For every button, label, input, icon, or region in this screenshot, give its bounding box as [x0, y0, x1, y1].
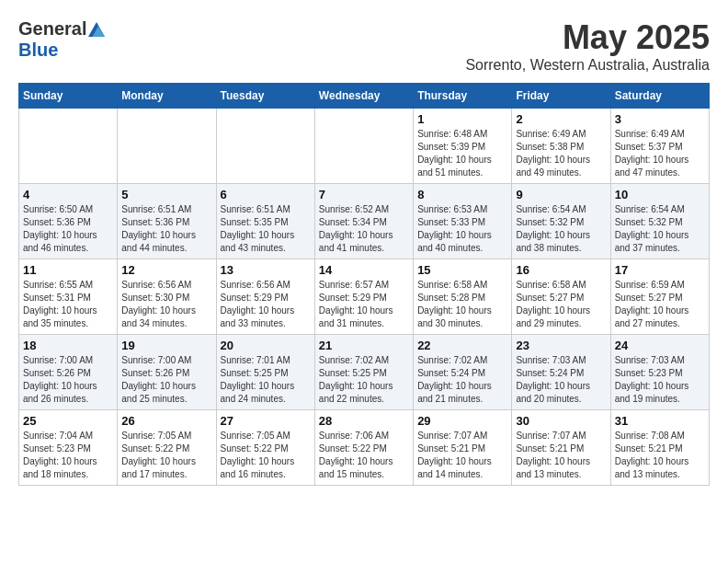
calendar-cell: 23Sunrise: 7:03 AM Sunset: 5:24 PM Dayli…	[512, 335, 610, 410]
day-number: 31	[615, 414, 705, 428]
day-info: Sunrise: 6:49 AM Sunset: 5:38 PM Dayligh…	[516, 128, 606, 179]
day-info: Sunrise: 7:00 AM Sunset: 5:26 PM Dayligh…	[23, 354, 113, 406]
weekday-header-friday: Friday	[512, 84, 610, 109]
day-info: Sunrise: 6:55 AM Sunset: 5:31 PM Dayligh…	[23, 279, 113, 330]
calendar-cell: 19Sunrise: 7:00 AM Sunset: 5:26 PM Dayli…	[118, 335, 216, 410]
calendar-cell: 15Sunrise: 6:58 AM Sunset: 5:28 PM Dayli…	[414, 259, 512, 335]
calendar-cell: 17Sunrise: 6:59 AM Sunset: 5:27 PM Dayli…	[610, 259, 709, 335]
calendar-cell: 13Sunrise: 6:56 AM Sunset: 5:29 PM Dayli…	[216, 259, 314, 335]
logo-icon	[88, 21, 105, 38]
day-info: Sunrise: 6:53 AM Sunset: 5:33 PM Dayligh…	[417, 203, 507, 255]
day-number: 8	[417, 188, 507, 201]
day-number: 22	[417, 339, 507, 352]
day-number: 23	[516, 339, 606, 352]
day-info: Sunrise: 6:51 AM Sunset: 5:36 PM Dayligh…	[121, 203, 211, 255]
calendar-cell	[19, 109, 118, 184]
calendar-cell: 8Sunrise: 6:53 AM Sunset: 5:33 PM Daylig…	[414, 184, 512, 259]
day-info: Sunrise: 6:51 AM Sunset: 5:35 PM Dayligh…	[221, 203, 311, 255]
logo-blue-text: Blue	[18, 40, 58, 61]
day-number: 29	[417, 414, 507, 428]
day-number: 7	[319, 188, 409, 201]
day-info: Sunrise: 6:58 AM Sunset: 5:27 PM Dayligh…	[516, 279, 606, 330]
weekday-header-sunday: Sunday	[19, 84, 118, 109]
day-number: 6	[221, 188, 311, 201]
weekday-header-row: SundayMondayTuesdayWednesdayThursdayFrid…	[19, 84, 710, 109]
calendar-cell: 11Sunrise: 6:55 AM Sunset: 5:31 PM Dayli…	[19, 259, 118, 335]
calendar-week-row: 18Sunrise: 7:00 AM Sunset: 5:26 PM Dayli…	[19, 335, 710, 410]
day-info: Sunrise: 6:52 AM Sunset: 5:34 PM Dayligh…	[319, 203, 409, 255]
day-info: Sunrise: 6:50 AM Sunset: 5:36 PM Dayligh…	[23, 203, 113, 255]
calendar-cell	[314, 109, 413, 184]
day-number: 11	[23, 263, 113, 277]
day-info: Sunrise: 7:03 AM Sunset: 5:24 PM Dayligh…	[516, 354, 606, 406]
day-info: Sunrise: 7:06 AM Sunset: 5:22 PM Dayligh…	[319, 430, 409, 481]
day-number: 15	[417, 263, 507, 277]
day-number: 14	[319, 263, 409, 277]
day-number: 27	[221, 414, 311, 428]
calendar-cell: 25Sunrise: 7:04 AM Sunset: 5:23 PM Dayli…	[19, 410, 118, 486]
day-info: Sunrise: 7:04 AM Sunset: 5:23 PM Dayligh…	[23, 430, 113, 481]
calendar-cell: 27Sunrise: 7:05 AM Sunset: 5:22 PM Dayli…	[216, 410, 314, 486]
calendar-cell: 2Sunrise: 6:49 AM Sunset: 5:38 PM Daylig…	[512, 109, 610, 184]
calendar-week-row: 1Sunrise: 6:48 AM Sunset: 5:39 PM Daylig…	[19, 109, 710, 184]
day-number: 13	[221, 263, 311, 277]
calendar-cell: 28Sunrise: 7:06 AM Sunset: 5:22 PM Dayli…	[314, 410, 413, 486]
day-info: Sunrise: 6:54 AM Sunset: 5:32 PM Dayligh…	[615, 203, 705, 255]
day-info: Sunrise: 6:59 AM Sunset: 5:27 PM Dayligh…	[615, 279, 705, 330]
day-number: 5	[121, 188, 211, 201]
day-info: Sunrise: 6:49 AM Sunset: 5:37 PM Dayligh…	[615, 128, 705, 179]
day-info: Sunrise: 6:56 AM Sunset: 5:30 PM Dayligh…	[121, 279, 211, 330]
day-info: Sunrise: 7:02 AM Sunset: 5:25 PM Dayligh…	[319, 354, 409, 406]
calendar-cell: 16Sunrise: 6:58 AM Sunset: 5:27 PM Dayli…	[512, 259, 610, 335]
day-number: 20	[221, 339, 311, 352]
day-number: 25	[23, 414, 113, 428]
day-number: 2	[516, 112, 606, 126]
calendar-week-row: 4Sunrise: 6:50 AM Sunset: 5:36 PM Daylig…	[19, 184, 710, 259]
calendar-cell: 9Sunrise: 6:54 AM Sunset: 5:32 PM Daylig…	[512, 184, 610, 259]
calendar-cell: 26Sunrise: 7:05 AM Sunset: 5:22 PM Dayli…	[118, 410, 216, 486]
calendar-cell: 21Sunrise: 7:02 AM Sunset: 5:25 PM Dayli…	[314, 335, 413, 410]
day-number: 21	[319, 339, 409, 352]
logo: General Blue	[18, 18, 105, 61]
day-info: Sunrise: 6:48 AM Sunset: 5:39 PM Dayligh…	[417, 128, 507, 179]
day-number: 12	[121, 263, 211, 277]
month-title: May 2025	[465, 18, 710, 57]
day-info: Sunrise: 6:54 AM Sunset: 5:32 PM Dayligh…	[516, 203, 606, 255]
day-info: Sunrise: 7:05 AM Sunset: 5:22 PM Dayligh…	[121, 430, 211, 481]
day-number: 3	[615, 112, 705, 126]
day-number: 26	[121, 414, 211, 428]
calendar-cell: 4Sunrise: 6:50 AM Sunset: 5:36 PM Daylig…	[19, 184, 118, 259]
calendar-cell: 31Sunrise: 7:08 AM Sunset: 5:21 PM Dayli…	[610, 410, 709, 486]
day-number: 24	[615, 339, 705, 352]
calendar-week-row: 11Sunrise: 6:55 AM Sunset: 5:31 PM Dayli…	[19, 259, 710, 335]
day-info: Sunrise: 6:58 AM Sunset: 5:28 PM Dayligh…	[417, 279, 507, 330]
calendar-cell: 6Sunrise: 6:51 AM Sunset: 5:35 PM Daylig…	[216, 184, 314, 259]
day-number: 18	[23, 339, 113, 352]
weekday-header-saturday: Saturday	[610, 84, 709, 109]
title-block: May 2025 Sorrento, Western Australia, Au…	[465, 18, 710, 74]
day-number: 17	[615, 263, 705, 277]
day-info: Sunrise: 7:03 AM Sunset: 5:23 PM Dayligh…	[615, 354, 705, 406]
weekday-header-wednesday: Wednesday	[314, 84, 413, 109]
day-info: Sunrise: 7:07 AM Sunset: 5:21 PM Dayligh…	[417, 430, 507, 481]
day-number: 28	[319, 414, 409, 428]
calendar-cell: 10Sunrise: 6:54 AM Sunset: 5:32 PM Dayli…	[610, 184, 709, 259]
weekday-header-tuesday: Tuesday	[216, 84, 314, 109]
day-info: Sunrise: 7:07 AM Sunset: 5:21 PM Dayligh…	[516, 430, 606, 481]
calendar-cell: 29Sunrise: 7:07 AM Sunset: 5:21 PM Dayli…	[414, 410, 512, 486]
calendar-cell: 30Sunrise: 7:07 AM Sunset: 5:21 PM Dayli…	[512, 410, 610, 486]
day-number: 9	[516, 188, 606, 201]
calendar-table: SundayMondayTuesdayWednesdayThursdayFrid…	[18, 83, 710, 486]
page-header: General Blue May 2025 Sorrento, Western …	[18, 18, 710, 74]
calendar-cell: 3Sunrise: 6:49 AM Sunset: 5:37 PM Daylig…	[610, 109, 709, 184]
day-number: 30	[516, 414, 606, 428]
calendar-cell: 7Sunrise: 6:52 AM Sunset: 5:34 PM Daylig…	[314, 184, 413, 259]
day-info: Sunrise: 7:01 AM Sunset: 5:25 PM Dayligh…	[221, 354, 311, 406]
day-info: Sunrise: 6:57 AM Sunset: 5:29 PM Dayligh…	[319, 279, 409, 330]
calendar-cell: 22Sunrise: 7:02 AM Sunset: 5:24 PM Dayli…	[414, 335, 512, 410]
logo-general-text: General	[18, 18, 86, 40]
calendar-cell: 20Sunrise: 7:01 AM Sunset: 5:25 PM Dayli…	[216, 335, 314, 410]
calendar-cell: 5Sunrise: 6:51 AM Sunset: 5:36 PM Daylig…	[118, 184, 216, 259]
day-number: 16	[516, 263, 606, 277]
weekday-header-thursday: Thursday	[414, 84, 512, 109]
